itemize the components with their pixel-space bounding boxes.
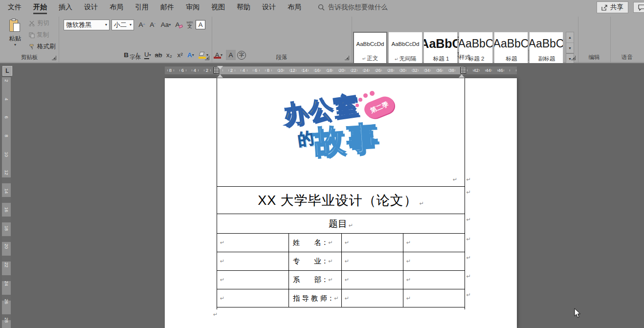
field-cell-label[interactable]: 姓 名：↵	[289, 234, 342, 252]
menu-tab[interactable]: 布局	[104, 0, 129, 15]
format-painter-button[interactable]: 格式刷	[27, 42, 57, 51]
menu-tab[interactable]: 设计	[78, 0, 104, 15]
clipboard-dialog-launcher[interactable]	[52, 56, 56, 60]
tell-me-placeholder: 告诉我你想要做什么	[328, 3, 388, 12]
grow-font-button[interactable]: A^	[137, 20, 147, 30]
style-scroll-down[interactable]: ▼	[566, 43, 574, 54]
font-group-label: 字体	[59, 54, 212, 61]
field-cell-value[interactable]: ↵	[342, 289, 403, 307]
paste-button[interactable]: 粘贴 ▾	[4, 18, 26, 57]
menu-tab[interactable]: 插入	[53, 0, 78, 15]
menu-tab[interactable]: 设计	[256, 0, 282, 15]
menu-tab[interactable]: 布局	[282, 0, 307, 15]
shrink-font-button[interactable]: Aˇ	[148, 20, 157, 30]
editing-group-label: 编辑	[578, 54, 610, 61]
field-cell-empty[interactable]: ↵	[217, 271, 289, 289]
format-painter-label: 格式刷	[37, 43, 56, 51]
table-row-title[interactable]: XX 大学毕业设计（论文） ↵ ↵	[217, 187, 465, 214]
field-cell-empty[interactable]: ↵	[217, 252, 289, 270]
menu-tab[interactable]: 视图	[205, 0, 231, 15]
field-cell-label[interactable]: 系 部：↵	[289, 271, 342, 289]
search-icon	[318, 4, 325, 11]
first-line-indent-marker[interactable]	[217, 66, 223, 69]
pilcrow-mark: ↵	[406, 277, 411, 283]
style-preview: AaBbC	[530, 32, 563, 55]
table-field-row[interactable]: ↵ 指 导 教 师：↵ ↵ ↵ ↵	[217, 289, 465, 307]
pilcrow-mark: ↵	[345, 259, 349, 264]
table-column-marker-right[interactable]	[460, 67, 466, 74]
right-indent-marker[interactable]	[459, 74, 465, 78]
menu-tab[interactable]: 审阅	[180, 0, 205, 15]
pilcrow-mark: ↵	[334, 296, 339, 301]
font-dialog-launcher[interactable]	[205, 56, 209, 60]
paste-clipboard-icon	[9, 19, 21, 32]
field-cell-value[interactable]: ↵	[403, 271, 465, 289]
share-label: 共享	[610, 3, 623, 12]
field-label: 系 部：	[293, 275, 329, 284]
ruler-numbers-text-area: 2468101214161820222426283032343638	[225, 66, 458, 74]
cut-button[interactable]: 剪切	[27, 19, 57, 28]
table-field-row[interactable]: ↵ 姓 名：↵ ↵ ↵ ↵	[217, 234, 465, 252]
field-cell-value[interactable]: ↵	[403, 289, 465, 307]
mouse-cursor	[574, 308, 581, 320]
table-field-row[interactable]: ↵ 专 业：↵ ↵ ↵ ↵	[217, 252, 465, 271]
field-cell-value[interactable]: ↵	[342, 234, 403, 252]
copy-button[interactable]: 复制	[27, 30, 57, 40]
paragraph-dialog-launcher[interactable]	[345, 56, 349, 60]
pilcrow-mark: ↵	[220, 296, 224, 301]
field-label: 专 业：	[293, 257, 329, 266]
word-window: 文件开始插入设计布局引用邮件审阅视图帮助设计布局 告诉我你想要做什么 共享	[0, 0, 644, 328]
character-border-button[interactable]: A	[196, 20, 205, 29]
menu-tab[interactable]: 邮件	[155, 0, 180, 15]
change-case-button[interactable]: Aa▾	[158, 20, 173, 30]
paragraph-group-label: 段落	[212, 54, 352, 61]
paste-caret: ▾	[14, 43, 16, 47]
field-label: 指 导 教 师：	[293, 294, 334, 303]
field-cell-empty[interactable]: ↵	[217, 234, 289, 252]
font-size-value: 小二	[114, 21, 127, 29]
horizontal-ruler: 8642 2468101214161820222426283032343638 …	[165, 66, 517, 74]
styles-dialog-launcher[interactable]	[571, 56, 576, 60]
field-cell-value[interactable]: ↵	[403, 234, 465, 252]
tell-me-search[interactable]: 告诉我你想要做什么	[318, 3, 388, 12]
row-end-mark: ↵	[466, 217, 471, 222]
field-cell-empty[interactable]: ↵	[217, 289, 289, 307]
pilcrow-mark: ↵	[345, 277, 349, 283]
menu-tab[interactable]: 文件	[2, 0, 27, 15]
menu-tabs: 文件开始插入设计布局引用邮件审阅视图帮助设计布局	[0, 0, 307, 15]
left-indent-marker[interactable]	[217, 74, 223, 78]
menu-tab[interactable]: 引用	[129, 0, 155, 15]
table-row-logo[interactable]: ↵ ↵	[217, 78, 465, 187]
document-page[interactable]: 办公室 第二季 的 故事 ↵ ↵ XX 大学毕业设计（论文） ↵ ↵	[165, 78, 517, 328]
clipboard-group: 粘贴 ▾ 剪切 复制 格式刷 剪贴板	[0, 15, 59, 63]
tab-selector-box[interactable]: L	[2, 66, 13, 76]
style-preview: AaBbCcDd	[389, 32, 422, 55]
scissors-icon	[29, 21, 35, 26]
table-field-row[interactable]: ↵ 系 部：↵ ↵ ↵ ↵	[217, 271, 465, 289]
field-cell-value[interactable]: ↵	[342, 271, 403, 289]
format-painter-icon	[29, 44, 35, 50]
font-name-combo[interactable]: 微软雅黑 ▾	[64, 20, 110, 30]
font-size-combo[interactable]: 小二 ▾	[111, 20, 134, 30]
phonetic-guide-button[interactable]: wén文	[185, 20, 195, 30]
field-cell-value[interactable]: ↵	[342, 252, 403, 270]
share-button[interactable]: 共享	[597, 1, 628, 13]
pilcrow-mark: ↵	[220, 240, 224, 245]
pilcrow-mark: ↵	[406, 240, 411, 245]
menu-tab[interactable]: 开始	[27, 0, 53, 15]
menu-bar: 文件开始插入设计布局引用邮件审阅视图帮助设计布局 告诉我你想要做什么 共享	[0, 0, 644, 15]
editing-group: 查找 ▾ 替换 选择 ▾ 编辑	[578, 15, 610, 63]
pilcrow-mark: ↵	[349, 223, 353, 228]
row-end-mark: ↵	[466, 190, 471, 195]
row-end-mark: ↵	[466, 274, 471, 279]
style-scroll-up[interactable]: ▲	[566, 32, 574, 43]
menu-tab[interactable]: 帮助	[231, 0, 256, 15]
field-cell-label[interactable]: 专 业：↵	[289, 252, 342, 270]
field-cell-value[interactable]: ↵	[403, 252, 465, 270]
clear-formatting-button[interactable]: A	[174, 20, 184, 30]
field-cell-label[interactable]: 指 导 教 师：↵	[289, 289, 342, 307]
cover-table: ↵ ↵ XX 大学毕业设计（论文） ↵ ↵ 题目 ↵ ↵ ↵ 姓	[217, 78, 465, 309]
comments-button[interactable]	[633, 2, 644, 13]
style-preview: AaBbC	[494, 32, 528, 55]
table-row-subject[interactable]: 题目 ↵ ↵	[217, 214, 465, 234]
